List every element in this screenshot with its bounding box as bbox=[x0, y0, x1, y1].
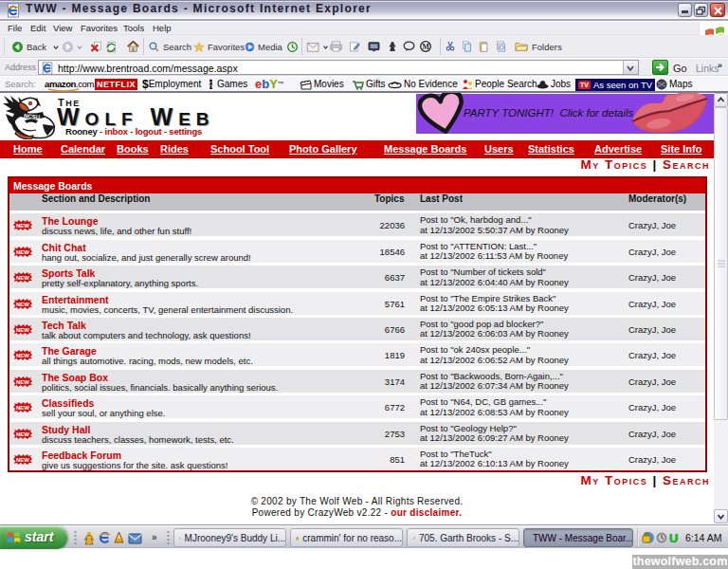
svg-text:NEW: NEW bbox=[16, 223, 29, 229]
svg-text:NEW: NEW bbox=[16, 379, 29, 385]
svg-text:M: M bbox=[423, 43, 430, 51]
svg-text:NEW: NEW bbox=[16, 249, 29, 255]
svg-text:NEW: NEW bbox=[16, 457, 29, 463]
svg-text:NEW: NEW bbox=[16, 327, 29, 333]
svg-text:NEW: NEW bbox=[16, 275, 29, 281]
svg-text:NEW: NEW bbox=[16, 353, 29, 358]
svg-text:NEW: NEW bbox=[16, 405, 29, 411]
svg-text:NEW: NEW bbox=[16, 431, 29, 437]
svg-text:NEW: NEW bbox=[16, 302, 29, 307]
